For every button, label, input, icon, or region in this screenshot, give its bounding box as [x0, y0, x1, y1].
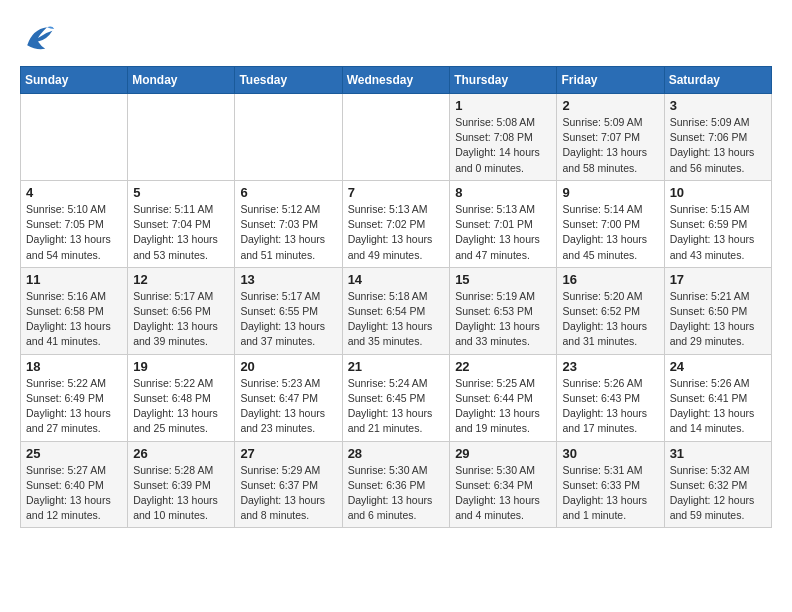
calendar-cell: 4Sunrise: 5:10 AM Sunset: 7:05 PM Daylig… — [21, 180, 128, 267]
day-info: Sunrise: 5:19 AM Sunset: 6:53 PM Dayligh… — [455, 289, 551, 350]
calendar-cell: 20Sunrise: 5:23 AM Sunset: 6:47 PM Dayli… — [235, 354, 342, 441]
day-info: Sunrise: 5:21 AM Sunset: 6:50 PM Dayligh… — [670, 289, 766, 350]
calendar-cell: 8Sunrise: 5:13 AM Sunset: 7:01 PM Daylig… — [450, 180, 557, 267]
day-number: 11 — [26, 272, 122, 287]
calendar-cell — [342, 94, 450, 181]
logo-icon — [20, 20, 56, 56]
day-number: 26 — [133, 446, 229, 461]
calendar-cell: 17Sunrise: 5:21 AM Sunset: 6:50 PM Dayli… — [664, 267, 771, 354]
day-number: 17 — [670, 272, 766, 287]
day-number: 4 — [26, 185, 122, 200]
day-number: 27 — [240, 446, 336, 461]
calendar-cell: 22Sunrise: 5:25 AM Sunset: 6:44 PM Dayli… — [450, 354, 557, 441]
day-number: 9 — [562, 185, 658, 200]
calendar-cell: 15Sunrise: 5:19 AM Sunset: 6:53 PM Dayli… — [450, 267, 557, 354]
day-number: 25 — [26, 446, 122, 461]
calendar-cell: 29Sunrise: 5:30 AM Sunset: 6:34 PM Dayli… — [450, 441, 557, 528]
day-number: 10 — [670, 185, 766, 200]
calendar-cell: 24Sunrise: 5:26 AM Sunset: 6:41 PM Dayli… — [664, 354, 771, 441]
calendar-cell: 23Sunrise: 5:26 AM Sunset: 6:43 PM Dayli… — [557, 354, 664, 441]
calendar-cell: 27Sunrise: 5:29 AM Sunset: 6:37 PM Dayli… — [235, 441, 342, 528]
day-info: Sunrise: 5:23 AM Sunset: 6:47 PM Dayligh… — [240, 376, 336, 437]
day-number: 18 — [26, 359, 122, 374]
day-info: Sunrise: 5:09 AM Sunset: 7:07 PM Dayligh… — [562, 115, 658, 176]
day-info: Sunrise: 5:31 AM Sunset: 6:33 PM Dayligh… — [562, 463, 658, 524]
day-info: Sunrise: 5:32 AM Sunset: 6:32 PM Dayligh… — [670, 463, 766, 524]
page-header — [20, 20, 772, 56]
calendar-cell: 2Sunrise: 5:09 AM Sunset: 7:07 PM Daylig… — [557, 94, 664, 181]
calendar-cell: 12Sunrise: 5:17 AM Sunset: 6:56 PM Dayli… — [128, 267, 235, 354]
day-number: 21 — [348, 359, 445, 374]
calendar-cell: 21Sunrise: 5:24 AM Sunset: 6:45 PM Dayli… — [342, 354, 450, 441]
calendar-header-wednesday: Wednesday — [342, 67, 450, 94]
calendar-cell: 9Sunrise: 5:14 AM Sunset: 7:00 PM Daylig… — [557, 180, 664, 267]
calendar-cell: 31Sunrise: 5:32 AM Sunset: 6:32 PM Dayli… — [664, 441, 771, 528]
day-info: Sunrise: 5:17 AM Sunset: 6:55 PM Dayligh… — [240, 289, 336, 350]
calendar-cell: 16Sunrise: 5:20 AM Sunset: 6:52 PM Dayli… — [557, 267, 664, 354]
day-number: 16 — [562, 272, 658, 287]
day-number: 1 — [455, 98, 551, 113]
logo — [20, 20, 62, 56]
day-number: 3 — [670, 98, 766, 113]
day-info: Sunrise: 5:30 AM Sunset: 6:34 PM Dayligh… — [455, 463, 551, 524]
calendar-week-row: 18Sunrise: 5:22 AM Sunset: 6:49 PM Dayli… — [21, 354, 772, 441]
day-number: 15 — [455, 272, 551, 287]
day-number: 31 — [670, 446, 766, 461]
day-info: Sunrise: 5:10 AM Sunset: 7:05 PM Dayligh… — [26, 202, 122, 263]
day-info: Sunrise: 5:22 AM Sunset: 6:48 PM Dayligh… — [133, 376, 229, 437]
calendar-cell — [235, 94, 342, 181]
calendar-week-row: 25Sunrise: 5:27 AM Sunset: 6:40 PM Dayli… — [21, 441, 772, 528]
calendar-cell: 1Sunrise: 5:08 AM Sunset: 7:08 PM Daylig… — [450, 94, 557, 181]
calendar-header-saturday: Saturday — [664, 67, 771, 94]
day-info: Sunrise: 5:15 AM Sunset: 6:59 PM Dayligh… — [670, 202, 766, 263]
calendar-cell: 19Sunrise: 5:22 AM Sunset: 6:48 PM Dayli… — [128, 354, 235, 441]
calendar-cell: 14Sunrise: 5:18 AM Sunset: 6:54 PM Dayli… — [342, 267, 450, 354]
day-info: Sunrise: 5:25 AM Sunset: 6:44 PM Dayligh… — [455, 376, 551, 437]
day-number: 8 — [455, 185, 551, 200]
day-number: 30 — [562, 446, 658, 461]
calendar-week-row: 4Sunrise: 5:10 AM Sunset: 7:05 PM Daylig… — [21, 180, 772, 267]
calendar-header-sunday: Sunday — [21, 67, 128, 94]
calendar-header-monday: Monday — [128, 67, 235, 94]
day-info: Sunrise: 5:12 AM Sunset: 7:03 PM Dayligh… — [240, 202, 336, 263]
day-info: Sunrise: 5:13 AM Sunset: 7:02 PM Dayligh… — [348, 202, 445, 263]
day-number: 7 — [348, 185, 445, 200]
calendar-cell: 3Sunrise: 5:09 AM Sunset: 7:06 PM Daylig… — [664, 94, 771, 181]
day-info: Sunrise: 5:26 AM Sunset: 6:43 PM Dayligh… — [562, 376, 658, 437]
day-number: 23 — [562, 359, 658, 374]
calendar-table: SundayMondayTuesdayWednesdayThursdayFrid… — [20, 66, 772, 528]
calendar-cell: 18Sunrise: 5:22 AM Sunset: 6:49 PM Dayli… — [21, 354, 128, 441]
day-info: Sunrise: 5:18 AM Sunset: 6:54 PM Dayligh… — [348, 289, 445, 350]
day-info: Sunrise: 5:08 AM Sunset: 7:08 PM Dayligh… — [455, 115, 551, 176]
calendar-cell: 13Sunrise: 5:17 AM Sunset: 6:55 PM Dayli… — [235, 267, 342, 354]
day-info: Sunrise: 5:13 AM Sunset: 7:01 PM Dayligh… — [455, 202, 551, 263]
day-number: 20 — [240, 359, 336, 374]
calendar-header-friday: Friday — [557, 67, 664, 94]
day-info: Sunrise: 5:24 AM Sunset: 6:45 PM Dayligh… — [348, 376, 445, 437]
calendar-cell: 28Sunrise: 5:30 AM Sunset: 6:36 PM Dayli… — [342, 441, 450, 528]
calendar-cell: 30Sunrise: 5:31 AM Sunset: 6:33 PM Dayli… — [557, 441, 664, 528]
calendar-cell: 25Sunrise: 5:27 AM Sunset: 6:40 PM Dayli… — [21, 441, 128, 528]
day-info: Sunrise: 5:17 AM Sunset: 6:56 PM Dayligh… — [133, 289, 229, 350]
calendar-cell: 11Sunrise: 5:16 AM Sunset: 6:58 PM Dayli… — [21, 267, 128, 354]
calendar-week-row: 11Sunrise: 5:16 AM Sunset: 6:58 PM Dayli… — [21, 267, 772, 354]
day-info: Sunrise: 5:14 AM Sunset: 7:00 PM Dayligh… — [562, 202, 658, 263]
calendar-cell: 7Sunrise: 5:13 AM Sunset: 7:02 PM Daylig… — [342, 180, 450, 267]
day-number: 22 — [455, 359, 551, 374]
day-info: Sunrise: 5:27 AM Sunset: 6:40 PM Dayligh… — [26, 463, 122, 524]
calendar-cell — [128, 94, 235, 181]
calendar-cell: 5Sunrise: 5:11 AM Sunset: 7:04 PM Daylig… — [128, 180, 235, 267]
calendar-cell: 6Sunrise: 5:12 AM Sunset: 7:03 PM Daylig… — [235, 180, 342, 267]
day-info: Sunrise: 5:29 AM Sunset: 6:37 PM Dayligh… — [240, 463, 336, 524]
day-number: 19 — [133, 359, 229, 374]
day-number: 29 — [455, 446, 551, 461]
calendar-header-thursday: Thursday — [450, 67, 557, 94]
calendar-cell: 26Sunrise: 5:28 AM Sunset: 6:39 PM Dayli… — [128, 441, 235, 528]
day-info: Sunrise: 5:22 AM Sunset: 6:49 PM Dayligh… — [26, 376, 122, 437]
day-number: 14 — [348, 272, 445, 287]
calendar-cell — [21, 94, 128, 181]
day-info: Sunrise: 5:16 AM Sunset: 6:58 PM Dayligh… — [26, 289, 122, 350]
day-info: Sunrise: 5:26 AM Sunset: 6:41 PM Dayligh… — [670, 376, 766, 437]
day-info: Sunrise: 5:11 AM Sunset: 7:04 PM Dayligh… — [133, 202, 229, 263]
day-info: Sunrise: 5:20 AM Sunset: 6:52 PM Dayligh… — [562, 289, 658, 350]
